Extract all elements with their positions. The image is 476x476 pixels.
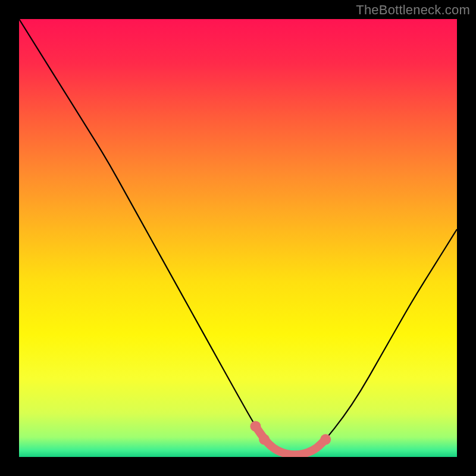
gradient-background [19,19,457,457]
attribution-label: TheBottleneck.com [356,2,470,18]
marker-dot [250,421,261,431]
bottleneck-chart [19,19,457,457]
marker-dot [320,434,331,445]
plot-area [19,19,457,457]
outer-frame: TheBottleneck.com [0,0,476,476]
marker-dot [259,434,270,445]
